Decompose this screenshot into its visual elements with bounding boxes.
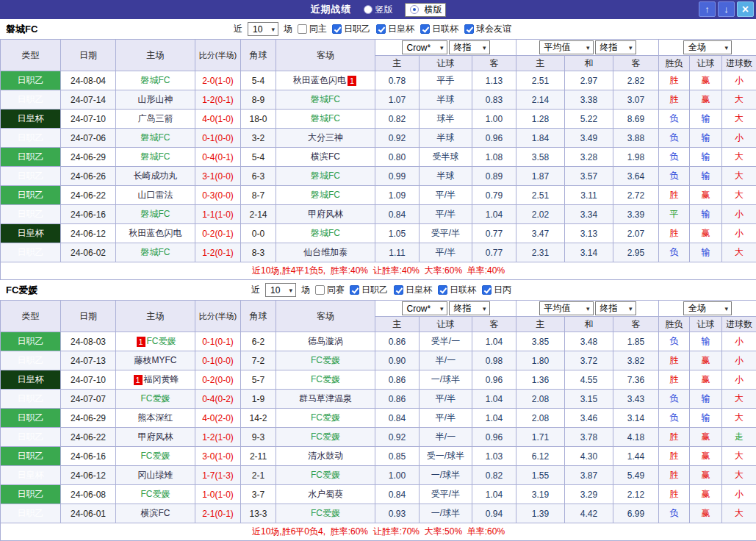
- team-link[interactable]: FC爱媛: [311, 355, 340, 365]
- team-link[interactable]: 清水鼓动: [308, 451, 343, 461]
- odds-time-select[interactable]: 终指▾: [449, 301, 490, 315]
- same-filter-checkbox[interactable]: 同主: [298, 23, 327, 35]
- league-filter-checkbox[interactable]: 球会友谊: [464, 23, 511, 35]
- team-link[interactable]: 山口雷法: [138, 190, 173, 200]
- team-link[interactable]: 磐城FC: [141, 209, 170, 219]
- odds-dropdown-cell: Crow*▾ 终指▾: [375, 301, 516, 317]
- match-count-select[interactable]: 10▾: [248, 22, 278, 36]
- team-link[interactable]: 广岛三箭: [138, 113, 173, 123]
- checkbox-checked-icon[interactable]: [438, 285, 447, 295]
- team-link[interactable]: 水户蜀葵: [308, 489, 343, 499]
- team-link[interactable]: 藤枝MYFC: [134, 355, 177, 365]
- league-filter-checkbox[interactable]: 日联杯: [420, 23, 458, 35]
- bookmaker-select[interactable]: Crow*▾: [402, 301, 447, 315]
- radio-horizontal-layout[interactable]: 横版: [405, 3, 446, 17]
- team-link[interactable]: FC爱媛: [147, 336, 176, 346]
- scroll-up-button[interactable]: ↑: [699, 1, 716, 17]
- team-link[interactable]: 横滨FC: [141, 508, 170, 518]
- col-date: 日期: [61, 301, 116, 332]
- league-filter-checkbox[interactable]: 日皇杯: [394, 284, 432, 296]
- league-type-cell: 日职乙: [1, 428, 61, 447]
- team-link[interactable]: FC爱媛: [141, 393, 170, 404]
- league-filter-checkbox[interactable]: 日职乙: [332, 23, 370, 35]
- team-link[interactable]: 磐城FC: [311, 94, 340, 104]
- odds-cell: 0.84: [375, 409, 420, 428]
- odds-time-select-value: 终指: [454, 302, 472, 315]
- team-link[interactable]: 磐城FC: [141, 151, 170, 162]
- league-filter-label: 日皇杯: [406, 284, 432, 296]
- team-link[interactable]: 磐城FC: [311, 190, 340, 200]
- scope-select[interactable]: 全场▾: [683, 40, 732, 54]
- league-filter-checkbox[interactable]: 日职乙: [350, 284, 388, 296]
- same-filter-checkbox[interactable]: 同赛: [315, 284, 345, 296]
- team-link[interactable]: 甲府风林: [308, 209, 343, 219]
- team-link[interactable]: FC爱媛: [311, 374, 340, 384]
- team-link[interactable]: 磐城FC: [141, 75, 170, 85]
- date-cell: 24-06-29: [61, 409, 116, 428]
- team-link[interactable]: 横滨FC: [311, 151, 340, 162]
- team-link[interactable]: 秋田蓝色闪电: [129, 228, 182, 238]
- team-link[interactable]: 山形山神: [138, 94, 173, 104]
- team-link[interactable]: FC爱媛: [311, 412, 340, 423]
- close-button[interactable]: ×: [737, 1, 754, 17]
- team-link[interactable]: 甲府风林: [138, 431, 173, 442]
- team-link[interactable]: 磐城FC: [141, 132, 170, 143]
- team-link[interactable]: FC爱媛: [141, 489, 170, 499]
- odds-cell: 半球: [420, 167, 472, 186]
- team-link[interactable]: 磐城FC: [141, 247, 170, 257]
- scope-select[interactable]: 全场▾: [683, 301, 732, 315]
- match-row: 日职乙24-06-29磐城FC0-4(0-1)5-4横滨FC0.80受半球1.0…: [1, 148, 756, 167]
- corners-cell: 2-11: [241, 447, 276, 466]
- checkbox-unchecked-icon[interactable]: [315, 285, 325, 295]
- avg-time-select[interactable]: 终指▾: [595, 40, 636, 54]
- team-link[interactable]: 磐城FC: [311, 171, 340, 181]
- checkbox-checked-icon[interactable]: [332, 24, 342, 34]
- scroll-down-button[interactable]: ↓: [718, 1, 735, 17]
- match-count-select[interactable]: 10▾: [265, 283, 296, 297]
- team-link[interactable]: 群马草津温泉: [299, 393, 352, 404]
- team-link[interactable]: 磐城FC: [311, 113, 340, 123]
- checkbox-checked-icon[interactable]: [376, 24, 386, 34]
- match-row: 日职乙24-07-13藤枝MYFC0-1(0-0)7-2FC爱媛0.90半/一0…: [1, 351, 756, 370]
- checkbox-unchecked-icon[interactable]: [298, 24, 307, 34]
- team-link[interactable]: 德岛漩涡: [308, 336, 343, 346]
- avg-time-select[interactable]: 终指▾: [595, 301, 636, 315]
- team-link[interactable]: 仙台维加泰: [303, 247, 348, 257]
- result-cell: 平: [659, 205, 690, 224]
- away-team-cell: 磐城FC: [276, 90, 375, 110]
- team-link[interactable]: 大分三神: [308, 132, 343, 143]
- checkbox-checked-icon[interactable]: [394, 285, 403, 295]
- odds-cell: 1.04: [472, 409, 516, 428]
- team-link[interactable]: FC爱媛: [141, 451, 170, 461]
- home-team-cell: 磐城FC: [116, 129, 195, 148]
- radio-vertical-layout[interactable]: 竖版: [364, 4, 393, 16]
- date-cell: 24-06-22: [61, 186, 116, 205]
- odds-time-select[interactable]: 终指▾: [449, 40, 490, 54]
- league-filter-checkbox[interactable]: 日联杯: [438, 284, 476, 296]
- checkbox-checked-icon[interactable]: [350, 285, 359, 295]
- avg-value-cell: 3.64: [613, 167, 659, 186]
- col-odds-home: 主: [375, 317, 420, 332]
- team-link[interactable]: 长崎成功丸: [134, 171, 178, 181]
- team-link[interactable]: 磐城FC: [311, 228, 340, 238]
- team-link[interactable]: FC爱媛: [311, 508, 340, 518]
- odds-cell: 平/半: [420, 186, 472, 205]
- team-link[interactable]: 福冈黄蜂: [144, 374, 179, 384]
- result-cell: 输: [690, 167, 722, 186]
- team-link[interactable]: FC爱媛: [311, 470, 340, 480]
- bookmaker-select[interactable]: Crow*▾: [402, 40, 447, 54]
- average-select[interactable]: 平均值▾: [539, 40, 594, 54]
- team-link[interactable]: 冈山绿雉: [138, 470, 173, 480]
- team-link[interactable]: FC爱媛: [311, 431, 340, 442]
- checkbox-checked-icon[interactable]: [420, 24, 430, 34]
- result-cell: 赢: [690, 466, 722, 485]
- average-select[interactable]: 平均值▾: [539, 301, 594, 315]
- league-filter-checkbox[interactable]: 日丙: [482, 284, 511, 296]
- checkbox-checked-icon[interactable]: [482, 285, 492, 295]
- avg-value-cell: 1.28: [516, 110, 565, 129]
- league-filter-checkbox[interactable]: 日皇杯: [376, 23, 414, 35]
- team-link[interactable]: 秋田蓝色闪电: [293, 75, 346, 85]
- checkbox-checked-icon[interactable]: [464, 24, 474, 34]
- radio-selected-icon: [410, 5, 419, 14]
- team-link[interactable]: 熊本深红: [138, 412, 173, 423]
